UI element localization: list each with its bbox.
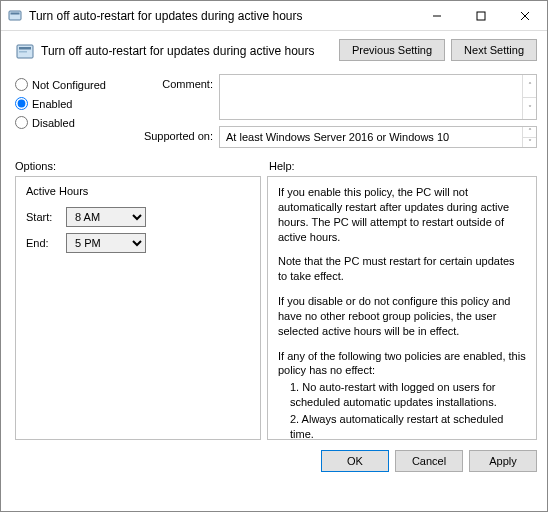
maximize-button[interactable] [459,2,503,30]
end-label: End: [26,237,60,249]
supported-scrollbar[interactable]: ˄˅ [522,127,536,147]
svg-rect-1 [11,12,20,14]
apply-button[interactable]: Apply [469,450,537,472]
radio-enabled-label: Enabled [32,98,72,110]
start-label: Start: [26,211,60,223]
policy-icon [7,8,23,24]
window-title: Turn off auto-restart for updates during… [29,9,415,23]
policy-icon [15,42,35,62]
supported-on-box: At least Windows Server 2016 or Windows … [219,126,537,148]
active-hours-title: Active Hours [26,185,250,197]
radio-disabled-label: Disabled [32,117,75,129]
radio-disabled[interactable]: Disabled [15,116,125,129]
previous-setting-button[interactable]: Previous Setting [339,39,445,61]
start-time-select[interactable]: 8 AM [66,207,146,227]
policy-title: Turn off auto-restart for updates during… [41,39,339,58]
help-paragraph: Note that the PC must restart for certai… [278,254,526,284]
minimize-button[interactable] [415,2,459,30]
config-area: Not Configured Enabled Disabled Comment:… [1,68,547,152]
svg-rect-0 [9,11,21,20]
options-section-label: Options: [15,160,265,172]
footer: OK Cancel Apply [1,446,547,480]
radio-enabled-input[interactable] [15,97,28,110]
radio-not-configured-label: Not Configured [32,79,106,91]
end-time-select[interactable]: 5 PM [66,233,146,253]
supported-on-label: Supported on: [133,126,213,142]
comment-textarea[interactable]: ˄˅ [219,74,537,120]
radio-not-configured[interactable]: Not Configured [15,78,125,91]
help-section-label: Help: [265,160,537,172]
help-paragraph: If you disable or do not configure this … [278,294,526,339]
help-paragraph: If you enable this policy, the PC will n… [278,185,526,244]
state-radios: Not Configured Enabled Disabled [15,74,125,148]
titlebar: Turn off auto-restart for updates during… [1,1,547,31]
help-panel: If you enable this policy, the PC will n… [267,176,537,440]
radio-disabled-input[interactable] [15,116,28,129]
next-setting-button[interactable]: Next Setting [451,39,537,61]
close-button[interactable] [503,2,547,30]
svg-rect-8 [19,51,27,53]
help-list-item: 1. No auto-restart with logged on users … [278,380,526,410]
help-list-item: 2. Always automatically restart at sched… [278,412,526,440]
svg-rect-3 [477,12,485,20]
radio-not-configured-input[interactable] [15,78,28,91]
comment-scrollbar[interactable]: ˄˅ [522,75,536,119]
radio-enabled[interactable]: Enabled [15,97,125,110]
supported-on-value: At least Windows Server 2016 or Windows … [226,131,449,143]
help-paragraph: If any of the following two policies are… [278,349,526,379]
svg-rect-7 [19,47,31,50]
cancel-button[interactable]: Cancel [395,450,463,472]
ok-button[interactable]: OK [321,450,389,472]
comment-label: Comment: [133,74,213,90]
options-panel: Active Hours Start: 8 AM End: 5 PM [15,176,261,440]
header: Turn off auto-restart for updates during… [1,31,547,68]
